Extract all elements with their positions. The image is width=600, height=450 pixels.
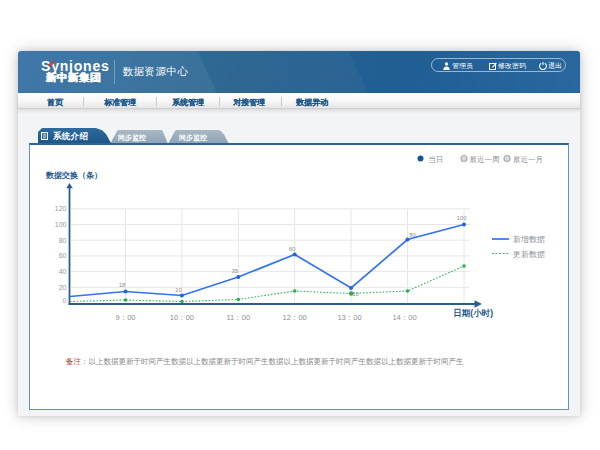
svg-text:35: 35 bbox=[231, 268, 238, 274]
svg-text:10: 10 bbox=[352, 291, 359, 297]
svg-text:数据交换（条）: 数据交换（条） bbox=[45, 171, 102, 180]
svg-text:备注：以上数据更新于时间产生数据以上数据更新于时间产生数据以: 备注：以上数据更新于时间产生数据以上数据更新于时间产生数据以上数据更新于时间产生… bbox=[66, 357, 464, 366]
svg-text:日期(小时): 日期(小时) bbox=[453, 308, 493, 318]
svg-text:最近一月: 最近一月 bbox=[513, 155, 543, 164]
svg-text:当日: 当日 bbox=[429, 155, 444, 164]
svg-text:60: 60 bbox=[59, 252, 67, 259]
svg-text:12：00: 12：00 bbox=[283, 313, 307, 322]
svg-text:20: 20 bbox=[59, 284, 67, 291]
svg-text:120: 120 bbox=[55, 205, 67, 212]
svg-text:9：00: 9：00 bbox=[115, 313, 135, 322]
svg-text:80: 80 bbox=[409, 232, 416, 238]
svg-text:最近一周: 最近一周 bbox=[470, 155, 500, 164]
svg-text:10：00: 10：00 bbox=[170, 313, 194, 322]
svg-text:新增数据: 新增数据 bbox=[513, 235, 545, 244]
svg-text:更新数据: 更新数据 bbox=[513, 250, 545, 259]
svg-text:0: 0 bbox=[63, 297, 67, 304]
svg-text:10: 10 bbox=[175, 287, 182, 293]
svg-text:13：00: 13：00 bbox=[337, 313, 361, 322]
svg-text:100: 100 bbox=[456, 215, 467, 221]
svg-text:80: 80 bbox=[59, 237, 67, 244]
svg-text:11：00: 11：00 bbox=[226, 313, 250, 322]
svg-text:100: 100 bbox=[55, 221, 67, 228]
svg-text:60: 60 bbox=[289, 246, 296, 252]
svg-text:18: 18 bbox=[119, 282, 126, 288]
svg-text:40: 40 bbox=[59, 268, 67, 275]
svg-text:14：00: 14：00 bbox=[392, 313, 416, 322]
